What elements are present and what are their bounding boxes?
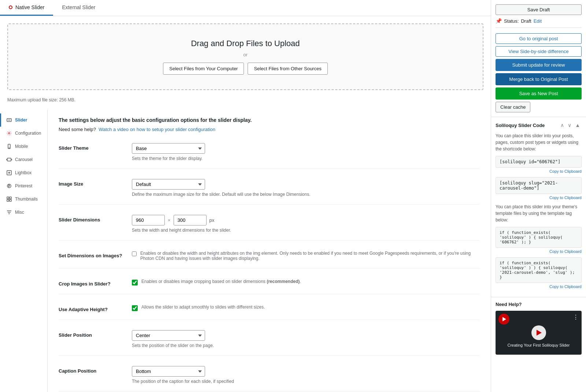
setting-row-adaptive-height: Use Adaptive Height? Allows the slider t… <box>59 305 480 320</box>
svg-rect-10 <box>7 197 9 199</box>
upload-or: or <box>15 52 475 57</box>
caption-label: Caption Position <box>59 366 132 374</box>
adaptive-height-checkbox[interactable] <box>132 305 138 311</box>
tab-external[interactable]: External Slider <box>53 0 104 16</box>
height-input[interactable] <box>174 215 207 225</box>
sidebar-item-pinterest-label: Pinterest <box>15 183 32 188</box>
slider-code-section: Soliloquy Slider Code ∧ ∨ ▲ You can plac… <box>491 117 586 297</box>
help-text: Need some help? Watch a video on how to … <box>59 127 480 132</box>
crop-desc: Enables or disables image cropping based… <box>141 279 301 284</box>
code-section-controls: ∧ ∨ ▲ <box>559 122 582 129</box>
sidebar-item-carousel[interactable]: Carousel <box>0 153 47 166</box>
save-new-post-button[interactable]: Save as New Post <box>496 87 582 100</box>
misc-icon <box>6 209 12 215</box>
dimensions-label: Slider Dimensions <box>59 215 132 223</box>
set-dimensions-desc: Enables or disables the width and height… <box>140 251 480 261</box>
copy-template-2-link[interactable]: Copy to Clipboard <box>496 284 582 289</box>
go-to-original-button[interactable]: Go to original post <box>496 33 582 44</box>
sidebar-item-mobile-label: Mobile <box>15 144 28 149</box>
copy-template-1-link[interactable]: Copy to Clipboard <box>496 249 582 254</box>
collapse-down-button[interactable]: ∨ <box>566 122 573 129</box>
view-side-by-side-button[interactable]: View Side-by-side difference <box>496 46 582 57</box>
status-label: Status: <box>504 18 519 24</box>
copy-shortcode-slug-link[interactable]: Copy to Clipboard <box>496 195 582 200</box>
status-edit-link[interactable]: Edit <box>534 18 542 24</box>
sidebar-item-misc[interactable]: Misc <box>0 206 47 219</box>
settings-title: The settings below adjust the basic conf… <box>59 117 480 123</box>
slider-theme-select[interactable]: Base <box>132 143 205 154</box>
pinterest-icon <box>6 183 12 189</box>
settings-sidebar: Slider Configuration Mobile <box>0 110 48 392</box>
crop-checkbox-row: Enables or disables image cropping based… <box>132 279 480 285</box>
image-size-label: Image Size <box>59 179 132 187</box>
video-title-text: Creating Your First Soliloquy Slider <box>508 343 570 347</box>
sidebar-item-lightbox[interactable]: Lightbox <box>0 166 47 179</box>
tab-native-label: Native Slider <box>15 4 44 10</box>
video-thumbnail[interactable]: ⋮ Creating Your First Soliloquy Slider <box>496 311 582 355</box>
position-select[interactable]: Center Left Right <box>132 330 205 341</box>
help-video-link[interactable]: Watch a video on how to setup your slide… <box>99 127 215 132</box>
setting-row-slider-theme: Slider Theme Base Sets the theme for the… <box>59 143 480 169</box>
adaptive-height-desc: Allows the slider to adapt smoothly to s… <box>141 305 265 310</box>
tab-dot-native <box>9 5 12 9</box>
expand-button[interactable]: ▲ <box>574 122 582 129</box>
publish-box: Save Draft 📌 Status: Draft Edit Go to or… <box>491 0 586 117</box>
help-prefix: Need some help? <box>59 127 96 132</box>
sidebar-item-thumbnails[interactable]: Thumbnails <box>0 193 47 206</box>
crop-label: Crop Images in Slider? <box>59 279 132 287</box>
video-menu-icon[interactable]: ⋮ <box>573 314 579 321</box>
set-dimensions-checkbox-row: Enables or disables the width and height… <box>132 251 480 261</box>
dimensions-control: × px Sets the width and height dimension… <box>132 215 480 233</box>
youtube-play-icon <box>502 317 506 321</box>
sidebar-item-slider-label: Slider <box>15 117 27 123</box>
clear-cache-button[interactable]: Clear cache <box>496 102 530 112</box>
sidebar-item-configuration-label: Configuration <box>15 131 41 136</box>
collapse-up-button[interactable]: ∧ <box>559 122 565 129</box>
shortcode-slug-block: [soliloquy slug="2021-carousel-demo"] <box>496 177 582 194</box>
caption-select[interactable]: Bottom Top None <box>132 366 205 377</box>
image-size-select[interactable]: Default <box>132 179 205 190</box>
select-other-button[interactable]: Select Files from Other Sources <box>248 63 327 75</box>
slider-theme-label: Slider Theme <box>59 143 132 151</box>
sidebar-item-mobile[interactable]: Mobile <box>0 140 47 153</box>
carousel-icon <box>6 157 12 163</box>
code-section-title: Soliloquy Slider Code <box>496 123 545 128</box>
tab-external-label: External Slider <box>62 4 95 10</box>
adaptive-height-checkbox-row: Allows the slider to adapt smoothly to s… <box>132 305 480 311</box>
sidebar-item-pinterest[interactable]: Pinterest <box>0 179 47 193</box>
thumbnails-icon <box>6 196 12 202</box>
submit-update-button[interactable]: Submit update for review <box>496 59 582 71</box>
position-control: Center Left Right Sets the position of t… <box>132 330 480 348</box>
sidebar-item-carousel-label: Carousel <box>15 157 33 162</box>
youtube-logo <box>498 314 509 325</box>
lightbox-icon <box>6 170 12 176</box>
upload-dropzone: Drag and Drop Files to Upload or Select … <box>7 23 483 90</box>
copy-shortcode-id-link[interactable]: Copy to Clipboard <box>496 169 582 173</box>
sidebar-item-thumbnails-label: Thumbnails <box>15 197 38 202</box>
svg-point-4 <box>9 148 10 148</box>
sidebar-item-misc-label: Misc <box>15 210 24 215</box>
video-play-button[interactable] <box>531 325 546 340</box>
slider-theme-control: Base Sets the theme for the slider displ… <box>132 143 480 161</box>
need-help-section: Need Help? ⋮ Creating Your First Soliloq… <box>491 297 586 359</box>
configuration-icon <box>6 130 12 136</box>
select-computer-button[interactable]: Select Files from Your Computer <box>163 63 244 75</box>
setting-row-image-size: Image Size Default Define the maximum im… <box>59 179 480 205</box>
crop-checkbox[interactable] <box>132 280 138 285</box>
save-draft-button[interactable]: Save Draft <box>496 4 582 15</box>
svg-rect-13 <box>10 199 11 201</box>
caption-desc: The position of the caption for each sli… <box>132 379 480 384</box>
sidebar-item-configuration[interactable]: Configuration <box>0 127 47 140</box>
sidebar-item-slider[interactable]: Slider <box>0 113 47 127</box>
svg-rect-5 <box>7 158 11 161</box>
width-input[interactable] <box>132 215 165 225</box>
caption-control: Bottom Top None The position of the capt… <box>132 366 480 384</box>
status-line: 📌 Status: Draft Edit <box>496 18 582 24</box>
merge-back-button[interactable]: Merge back to Original Post <box>496 73 582 85</box>
dimension-inputs: × px <box>132 215 480 225</box>
status-value: Draft <box>521 18 531 24</box>
need-help-title: Need Help? <box>496 302 582 307</box>
tab-native[interactable]: Native Slider <box>0 0 53 16</box>
set-dimensions-checkbox[interactable] <box>132 251 137 256</box>
setting-row-set-dimensions: Set Dimensions on Images? Enables or dis… <box>59 251 480 269</box>
